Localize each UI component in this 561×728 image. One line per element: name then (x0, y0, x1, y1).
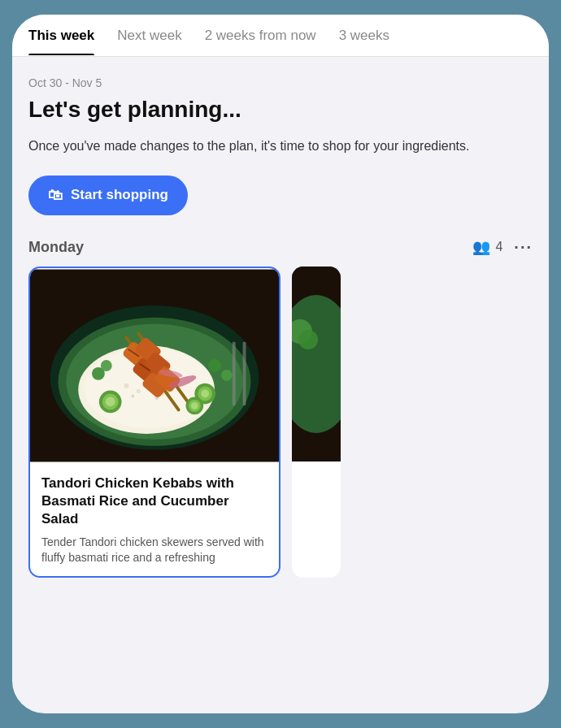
recipe-title: Tandori Chicken Kebabs with Basmati Rice… (41, 474, 267, 528)
start-shopping-label: Start shopping (71, 187, 168, 203)
day-label: Monday (28, 239, 84, 256)
recipe-image-partial (292, 266, 341, 462)
svg-point-27 (106, 396, 115, 406)
svg-rect-41 (243, 341, 246, 405)
recipe-card-partial (292, 266, 341, 578)
recipe-info: Tandori Chicken Kebabs with Basmati Rice… (30, 463, 279, 576)
people-count-value: 4 (495, 240, 502, 254)
date-range: Oct 30 - Nov 5 (28, 76, 533, 89)
day-section: Monday 👥 4 ··· (28, 238, 533, 578)
shopping-bag-icon: 🛍 (48, 187, 63, 204)
phone-container: This week Next week 2 weeks from now 3 w… (12, 15, 549, 713)
page-description: Once you've made changes to the plan, it… (28, 136, 484, 156)
main-content: Oct 30 - Nov 5 Let's get planning... Onc… (12, 57, 549, 594)
people-icon: 👥 (472, 238, 490, 256)
svg-point-6 (124, 383, 128, 388)
day-meta: 👥 4 ··· (472, 238, 533, 257)
cards-container: Tandori Chicken Kebabs with Basmati Rice… (28, 266, 533, 578)
more-options-icon[interactable]: ··· (514, 238, 533, 257)
svg-point-7 (137, 389, 141, 393)
tab-this-week[interactable]: This week (28, 16, 94, 55)
svg-point-33 (191, 402, 198, 410)
svg-point-37 (101, 360, 112, 371)
tab-bar: This week Next week 2 weeks from now 3 w… (12, 15, 549, 57)
tab-2-weeks[interactable]: 2 weeks from now (205, 16, 316, 55)
svg-point-43 (292, 295, 341, 433)
svg-point-11 (131, 394, 134, 397)
page-heading: Let's get planning... (28, 96, 533, 124)
svg-rect-40 (233, 341, 236, 405)
start-shopping-button[interactable]: 🛍 Start shopping (28, 176, 188, 215)
svg-point-45 (298, 330, 318, 349)
recipe-card-main[interactable]: Tandori Chicken Kebabs with Basmati Rice… (28, 266, 280, 578)
svg-point-30 (201, 389, 209, 397)
day-header: Monday 👥 4 ··· (28, 238, 533, 266)
recipe-image (30, 268, 279, 463)
svg-point-38 (208, 359, 221, 372)
recipe-description: Tender Tandori chicken skewers served wi… (41, 535, 267, 566)
tab-next-week[interactable]: Next week (117, 16, 181, 55)
tab-3-weeks[interactable]: 3 weeks (339, 16, 389, 55)
people-count: 👥 4 (472, 238, 502, 256)
svg-point-39 (221, 370, 233, 381)
